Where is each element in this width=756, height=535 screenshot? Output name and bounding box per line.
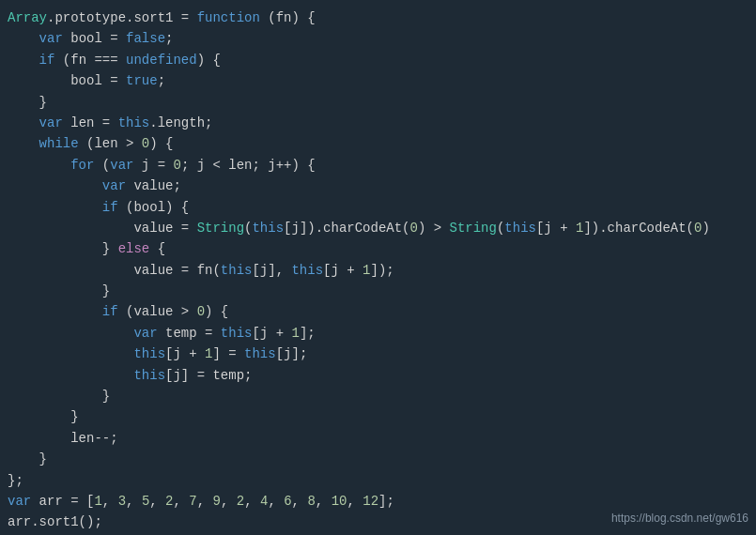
code-line: this[j + 1] = this[j];: [0, 344, 756, 364]
code-token: [8, 301, 102, 322]
code-token: 1: [94, 491, 101, 512]
code-token: 0: [197, 301, 205, 322]
code-line: if (fn === undefined) {: [0, 50, 756, 70]
code-line: len--;: [0, 428, 756, 449]
code-token: ]).charCodeAt(: [583, 218, 694, 238]
code-token: len =: [63, 113, 118, 133]
code-token: }: [8, 406, 79, 427]
code-token: else: [118, 238, 150, 259]
code-token: value;: [126, 176, 181, 196]
code-token: String: [197, 218, 244, 238]
code-token: 12: [363, 491, 378, 512]
code-token: (: [244, 218, 252, 238]
code-token: (fn) {: [260, 8, 316, 28]
code-token: this: [252, 218, 284, 238]
code-token: .prototype.sort1 =: [47, 8, 197, 28]
code-token: [j +: [252, 323, 291, 344]
code-line: var len = this.length;: [0, 113, 756, 133]
code-token: [j +: [536, 218, 576, 238]
code-token: ] =: [212, 344, 244, 364]
code-line: }: [0, 386, 756, 406]
code-token: (len >: [79, 133, 142, 154]
code-token: .length;: [149, 113, 212, 133]
code-token: var: [110, 155, 133, 176]
code-line: if (value > 0) {: [0, 301, 756, 322]
code-token: 9: [213, 491, 221, 512]
code-token: String: [450, 218, 497, 238]
code-token: false: [126, 28, 165, 49]
code-token: j =: [133, 155, 173, 176]
code-line: } else {: [0, 238, 756, 259]
code-token: (: [94, 155, 110, 176]
code-token: (fn ===: [54, 50, 126, 70]
code-token: [8, 176, 102, 196]
code-token: arr.sort1();: [8, 512, 102, 532]
watermark: https://blog.csdn.net/gw616: [611, 510, 748, 527]
code-token: [j] = temp;: [165, 365, 252, 386]
code-token: }: [8, 92, 47, 113]
code-token: var: [133, 323, 157, 344]
code-token: (: [497, 218, 504, 238]
code-token: [8, 344, 133, 364]
code-token: ) {: [205, 301, 228, 322]
code-token: var: [39, 28, 63, 49]
code-token: }: [8, 238, 118, 259]
code-line: bool = true;: [0, 70, 756, 91]
code-token: };: [8, 470, 23, 491]
code-token: [8, 323, 133, 344]
code-line: if (bool) {: [0, 197, 756, 218]
code-token: [8, 113, 39, 133]
code-token: 0: [173, 155, 180, 176]
code-token: var: [39, 113, 63, 133]
code-token: for: [70, 155, 94, 176]
code-token: [j +: [165, 344, 205, 364]
code-token: }: [8, 449, 47, 469]
code-token: ,: [149, 491, 165, 512]
code-token: [j]).charCodeAt(: [284, 218, 409, 238]
code-token: function: [197, 8, 260, 28]
code-token: [j],: [252, 260, 291, 281]
code-token: }: [8, 281, 110, 301]
code-token: ]);: [371, 260, 394, 281]
code-line: }: [0, 449, 756, 469]
code-token: len--;: [8, 428, 118, 449]
code-line: value = String(this[j]).charCodeAt(0) > …: [0, 218, 756, 238]
code-token: 8: [307, 491, 315, 512]
code-token: 1: [291, 323, 299, 344]
code-token: ) {: [149, 133, 173, 154]
code-token: 3: [118, 491, 126, 512]
code-container: Array.prototype.sort1 = function (fn) { …: [0, 0, 756, 535]
code-token: ,: [221, 491, 237, 512]
code-token: 6: [284, 491, 291, 512]
code-token: this: [133, 344, 165, 364]
code-token: ,: [197, 491, 213, 512]
code-token: [j +: [323, 260, 363, 281]
code-token: 7: [189, 491, 196, 512]
code-token: var: [8, 491, 31, 512]
code-token: (bool) {: [118, 197, 190, 218]
code-line: };: [0, 470, 756, 491]
code-token: this: [504, 218, 536, 238]
code-token: ;: [158, 70, 165, 91]
code-token: 4: [260, 491, 268, 512]
code-token: 5: [142, 491, 149, 512]
code-token: 0: [142, 133, 149, 154]
code-token: this: [118, 113, 150, 133]
code-token: this: [244, 344, 276, 364]
code-line: while (len > 0) {: [0, 133, 756, 154]
code-token: ,: [244, 491, 260, 512]
code-line: Array.prototype.sort1 = function (fn) {: [0, 8, 756, 28]
code-line: this[j] = temp;: [0, 365, 756, 386]
code-token: this: [221, 260, 253, 281]
code-token: temp =: [158, 323, 221, 344]
code-token: ; j < len; j++) {: [181, 155, 316, 176]
code-token: [8, 133, 39, 154]
code-token: Array: [8, 8, 47, 28]
code-token: if: [102, 301, 118, 322]
code-token: ,: [347, 491, 363, 512]
code-token: true: [126, 70, 158, 91]
code-token: ,: [126, 491, 142, 512]
code-line: var bool = false;: [0, 28, 756, 49]
code-token: 10: [332, 491, 347, 512]
code-token: 0: [410, 218, 418, 238]
